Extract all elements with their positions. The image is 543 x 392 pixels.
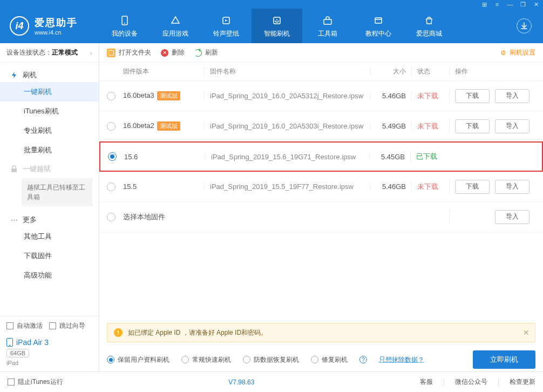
titlebar-minimize-icon[interactable]: — [506, 1, 514, 8]
firmware-radio[interactable] [107, 92, 116, 100]
sidebar-item-oneclick[interactable]: 一键刷机 [0, 82, 99, 102]
option-radio [311, 356, 318, 363]
download-manager-icon[interactable] [517, 18, 532, 33]
titlebar-list-icon[interactable]: ≡ [493, 1, 501, 8]
more-icon: ⋯ [10, 215, 18, 224]
import-button[interactable]: 导入 [495, 89, 530, 103]
firmware-name: iPad_Spring_2019_16.0_20A5303i_Restore.i… [204, 122, 370, 130]
sidebar-group-flash[interactable]: 刷机 [0, 66, 99, 82]
firmware-size: 5.49GB [370, 122, 411, 130]
firmware-version: 15.6 [124, 153, 205, 161]
app-version[interactable]: V7.98.63 [228, 379, 254, 386]
titlebar-grid-icon[interactable]: ⊞ [480, 1, 488, 8]
firmware-ops: 下载导入 [449, 180, 535, 194]
firmware-version: 16.0beta2测试版 [123, 121, 204, 131]
support-link[interactable]: 客服 [420, 377, 433, 387]
device-panel[interactable]: iPad Air 3 64GB iPad [0, 335, 99, 371]
flash-option-2[interactable]: 防数据恢复刷机 [243, 355, 299, 364]
firmware-radio[interactable] [107, 122, 116, 131]
main-content: 打开文件夹 ✕删除 刷新 ⚙刷机设置 固件版本 固件名称 大小 状态 操作 16… [99, 43, 543, 371]
firmware-name: iPad_Spring_2019_15.6_19G71_Restore.ipsw [205, 153, 369, 161]
tab-store[interactable]: 爱思商城 [404, 9, 454, 43]
header-right [505, 9, 543, 43]
warning-icon: ! [114, 328, 123, 337]
flash-settings-button[interactable]: ⚙刷机设置 [500, 48, 535, 57]
flash-option-1[interactable]: 常规快速刷机 [181, 355, 231, 364]
connection-status[interactable]: 设备连接状态：正常模式 › [0, 43, 99, 63]
device-icon [118, 14, 131, 27]
skip-guide-checkbox[interactable]: 跳过向导 [49, 321, 85, 330]
sidebar-item-batch[interactable]: 批量刷机 [0, 140, 99, 160]
window-titlebar: ⊞ ≡ — ❐ ✕ [0, 0, 543, 9]
firmware-status: 未下载 [411, 121, 449, 131]
chevron-right-icon: › [90, 49, 92, 57]
tab-device[interactable]: 我的设备 [99, 9, 150, 43]
firmware-ops: 下载导入 [449, 89, 535, 103]
app-header: i4 爱思助手 www.i4.cn 我的设备应用游戏铃声壁纸智能刷机工具箱教程中… [0, 9, 543, 43]
update-link[interactable]: 检查更新 [510, 377, 535, 387]
import-local-button[interactable]: 导入 [495, 210, 530, 224]
firmware-row[interactable]: 16.0beta2测试版iPad_Spring_2019_16.0_20A530… [99, 111, 543, 141]
import-button[interactable]: 导入 [495, 180, 530, 194]
warning-bar: ! 如已绑定 Apple ID ，请准备好 Apple ID和密码。 ✕ [107, 323, 535, 342]
top-nav: 我的设备应用游戏铃声壁纸智能刷机工具箱教程中心爱思商城 [99, 9, 505, 43]
sidebar-more-0[interactable]: 其他工具 [0, 227, 99, 246]
download-button[interactable]: 下载 [455, 180, 490, 194]
erase-data-link[interactable]: 只想抹除数据？ [379, 355, 424, 364]
tab-tutorial[interactable]: 教程中心 [353, 9, 404, 43]
firmware-radio[interactable] [107, 183, 116, 191]
flash-options: 保留用户资料刷机常规快速刷机防数据恢复刷机修复刷机 ? 只想抹除数据？ 立即刷机 [107, 348, 535, 371]
tab-toolbox[interactable]: 工具箱 [302, 9, 353, 43]
group-more-label: 更多 [23, 215, 37, 225]
option-radio [181, 356, 189, 363]
logo-area: i4 爱思助手 www.i4.cn [0, 9, 99, 43]
titlebar-close-icon[interactable]: ✕ [532, 1, 540, 8]
firmware-radio[interactable] [108, 152, 117, 161]
tab-ringtones[interactable]: 铃声壁纸 [201, 9, 252, 43]
help-icon[interactable]: ? [359, 356, 367, 363]
delete-button[interactable]: ✕删除 [161, 48, 185, 57]
radio-local[interactable] [107, 213, 116, 221]
close-warning-icon[interactable]: ✕ [523, 328, 530, 337]
local-firmware-row[interactable]: 选择本地固件 导入 [99, 202, 543, 232]
folder-icon [107, 49, 116, 57]
flash-now-button[interactable]: 立即刷机 [473, 350, 535, 369]
flash-icon [10, 71, 18, 79]
sidebar: 设备连接状态：正常模式 › 刷机 一键刷机iTunes刷机专业刷机批量刷机 一键… [0, 43, 99, 371]
flash-option-0[interactable]: 保留用户资料刷机 [107, 355, 169, 364]
flash-option-3[interactable]: 修复刷机 [311, 355, 348, 364]
firmware-ops: 下载导入 [449, 119, 535, 133]
firmware-row[interactable]: 15.5iPad_Spring_2019_15.5_19F77_Restore.… [99, 172, 543, 202]
download-button[interactable]: 下载 [455, 89, 490, 103]
firmware-version: 15.5 [123, 183, 204, 191]
sidebar-more-2[interactable]: 高级功能 [0, 266, 99, 285]
sidebar-item-pro[interactable]: 专业刷机 [0, 121, 99, 140]
open-folder-button[interactable]: 打开文件夹 [107, 48, 151, 57]
tab-flash[interactable]: 智能刷机 [252, 9, 302, 43]
tab-apps[interactable]: 应用游戏 [150, 9, 201, 43]
refresh-button[interactable]: 刷新 [194, 48, 218, 57]
col-size: 大小 [370, 67, 411, 76]
auto-activate-checkbox[interactable]: 自动激活 [6, 321, 43, 330]
device-name: iPad Air 3 [16, 338, 49, 347]
col-name: 固件名称 [204, 67, 370, 76]
block-itunes-checkbox[interactable]: 阻止iTunes运行 [8, 377, 63, 387]
sidebar-group-jailbreak: 一键越狱 [0, 160, 99, 176]
firmware-rows: 16.0beta3测试版iPad_Spring_2019_16.0_20A531… [99, 81, 543, 202]
firmware-row[interactable]: 15.6iPad_Spring_2019_15.6_19G71_Restore.… [99, 141, 543, 172]
import-button[interactable]: 导入 [495, 119, 530, 133]
group-flash-label: 刷机 [23, 70, 37, 80]
logo-icon: i4 [10, 16, 29, 36]
download-button[interactable]: 下载 [455, 119, 490, 133]
wechat-link[interactable]: 微信公众号 [455, 377, 487, 387]
jailbreak-note: 越狱工具已转移至工具箱 [22, 178, 92, 206]
sidebar-item-itunes[interactable]: iTunes刷机 [0, 102, 99, 121]
titlebar-restore-icon[interactable]: ❐ [519, 1, 527, 8]
col-version: 固件版本 [123, 67, 204, 76]
sidebar-more-1[interactable]: 下载固件 [0, 246, 99, 266]
firmware-status: 已下载 [410, 152, 448, 161]
sidebar-scroll: 刷机 一键刷机iTunes刷机专业刷机批量刷机 一键越狱 越狱工具已转移至工具箱… [0, 63, 99, 316]
firmware-row[interactable]: 16.0beta3测试版iPad_Spring_2019_16.0_20A531… [99, 81, 543, 111]
sidebar-group-more[interactable]: ⋯ 更多 [0, 211, 99, 227]
toolbox-icon [321, 14, 334, 27]
